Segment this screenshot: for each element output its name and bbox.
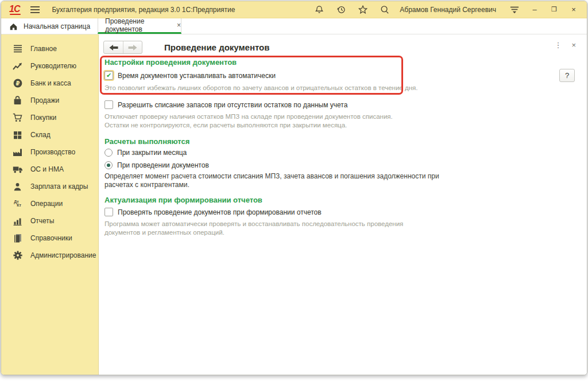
- shopping-cart-icon: [12, 113, 23, 122]
- checkbox-label: Разрешить списание запасов при отсутстви…: [118, 101, 347, 109]
- radio-month-close[interactable]: [105, 149, 113, 157]
- sidebar-item-bank-cash[interactable]: ₽ Банк и касса: [1, 75, 98, 92]
- sidebar-item-label: Банк и касса: [30, 79, 71, 87]
- factory-icon: [12, 148, 23, 157]
- checkbox-verify-posting[interactable]: [105, 208, 113, 216]
- navigation-buttons: [103, 41, 142, 54]
- more-menu-icon[interactable]: ⋮: [554, 41, 562, 49]
- ruble-circle-icon: ₽: [12, 79, 23, 88]
- notifications-icon[interactable]: [312, 3, 326, 16]
- sidebar-item-label: Продажи: [30, 96, 59, 104]
- hamburger-menu-icon[interactable]: [30, 6, 40, 14]
- sidebar-item-label: Зарплата и кадры: [30, 182, 88, 190]
- sidebar-item-salary-hr[interactable]: Зарплата и кадры: [1, 178, 98, 195]
- sidebar-item-label: Справочники: [30, 234, 72, 242]
- sidebar-item-label: Руководителю: [30, 62, 76, 70]
- search-icon[interactable]: [378, 3, 392, 16]
- main-menu-icon: [12, 45, 23, 53]
- tab-active-label: Проведение документов: [105, 17, 172, 33]
- sidebar-item-purchases[interactable]: Покупки: [1, 109, 98, 126]
- checkbox-label: Время документов устанавливать автоматич…: [118, 72, 276, 80]
- checkbox-row-verify-posting[interactable]: Проверять проведение документов при форм…: [105, 208, 587, 216]
- sidebar-item-sales[interactable]: Продажи: [1, 92, 98, 109]
- sidebar-item-label: ОС и НМА: [30, 165, 64, 173]
- sidebar-item-warehouse[interactable]: Склад: [1, 126, 98, 143]
- book-icon: [12, 234, 23, 243]
- section-heading-actualization: Актуализация при формировании отчетов: [105, 196, 587, 204]
- sidebar-item-label: Отчеты: [30, 217, 54, 225]
- sidebar-item-administration[interactable]: Администрирование: [1, 247, 98, 264]
- sidebar-item-label: Производство: [30, 148, 75, 156]
- document-posting-form: Проведение документов ⋮ × ? Настройки пр…: [99, 34, 587, 375]
- tab-bar: Начальная страница Проведение документов…: [1, 18, 587, 34]
- bar-chart-icon: [12, 217, 23, 226]
- application-window: 1С Бухгалтерия предприятия, редакция 3.0…: [1, 1, 587, 375]
- person-icon: [12, 182, 23, 191]
- sidebar-item-label: Операции: [30, 200, 63, 208]
- checkbox-auto-time[interactable]: ✔: [105, 71, 113, 80]
- form-toolbar: Проведение документов: [99, 34, 587, 54]
- section-heading-calculations: Расчеты выполняются: [105, 137, 587, 146]
- radio-on-posting[interactable]: [105, 161, 113, 169]
- tab-close-icon[interactable]: ×: [177, 21, 181, 29]
- gear-icon: [12, 251, 23, 260]
- hint-allow-writeoff: Отключает проверку наличия остатков МПЗ …: [105, 112, 587, 130]
- main-area: Главное Руководителю ₽ Банк и касса Прод…: [1, 34, 587, 375]
- tab-home-page[interactable]: Начальная страница: [1, 18, 98, 34]
- sidebar-item-reports[interactable]: Отчеты: [1, 212, 98, 230]
- titlebar-actions: Абрамов Геннадий Сергеевич – ❒ ×: [304, 3, 580, 16]
- home-icon: [9, 22, 18, 30]
- sidebar-item-label: Склад: [30, 131, 51, 139]
- checkbox-allow-writeoff[interactable]: [105, 100, 113, 109]
- current-user-name[interactable]: Абрамов Геннадий Сергеевич: [400, 6, 496, 14]
- form-header-icons: ⋮ ×: [554, 41, 576, 49]
- sidebar-item-production[interactable]: Производство: [1, 143, 98, 161]
- title-bar: 1С Бухгалтерия предприятия, редакция 3.0…: [1, 1, 587, 18]
- hint-verify-posting: Программа может автоматически проверять …: [105, 220, 587, 237]
- sidebar-item-label: Главное: [30, 45, 57, 53]
- radio-row-month-close[interactable]: При закрытии месяца: [105, 149, 587, 157]
- sidebar-item-label: Покупки: [30, 114, 56, 122]
- minimize-button[interactable]: –: [528, 4, 541, 15]
- sidebar-item-manager[interactable]: Руководителю: [1, 57, 98, 75]
- tab-document-posting[interactable]: Проведение документов ×: [98, 18, 181, 34]
- warehouse-grid-icon: [12, 131, 23, 139]
- truck-icon: [12, 165, 23, 173]
- hint-auto-time: Это позволит избежать лишних оборотов по…: [105, 84, 587, 92]
- favorites-icon[interactable]: [356, 3, 370, 16]
- svg-text:₽: ₽: [16, 80, 20, 87]
- close-form-icon[interactable]: ×: [571, 41, 576, 49]
- tab-home-label: Начальная страница: [24, 22, 90, 30]
- sidebar-item-operations[interactable]: ДтКт Операции: [1, 195, 98, 212]
- checkbox-row-auto-time[interactable]: ✔ Время документов устанавливать автомат…: [105, 71, 587, 80]
- trend-chart-icon: [12, 62, 23, 71]
- radio-label: При закрытии месяца: [117, 149, 187, 157]
- service-menu-icon[interactable]: [508, 3, 521, 16]
- page-title: Проведение документов: [164, 42, 270, 52]
- app-title: Бухгалтерия предприятия, редакция 3.0 1С…: [52, 6, 235, 14]
- close-window-button[interactable]: ×: [567, 4, 580, 15]
- shopping-bag-icon: [12, 96, 23, 105]
- maximize-button[interactable]: ❒: [548, 4, 560, 15]
- debit-credit-icon: ДтКт: [12, 200, 23, 207]
- check-icon: ✔: [106, 72, 111, 79]
- back-button[interactable]: [104, 41, 123, 53]
- section-heading-posting-settings: Настройки проведения документов: [105, 58, 587, 67]
- forward-button[interactable]: [123, 41, 142, 53]
- radio-row-on-posting[interactable]: При проведении документов: [105, 161, 587, 169]
- 1c-logo-icon: 1С: [9, 4, 20, 15]
- checkbox-label: Проверять проведение документов при форм…: [118, 208, 322, 216]
- sidebar-item-main[interactable]: Главное: [1, 40, 98, 57]
- sidebar-item-fixed-assets[interactable]: ОС и НМА: [1, 161, 98, 178]
- history-icon[interactable]: [334, 3, 348, 16]
- sections-panel: Главное Руководителю ₽ Банк и касса Прод…: [1, 34, 99, 375]
- checkbox-row-allow-writeoff[interactable]: Разрешить списание запасов при отсутстви…: [105, 100, 587, 109]
- sidebar-item-label: Администрирование: [30, 251, 96, 259]
- help-button[interactable]: ?: [559, 69, 575, 82]
- calculations-note: Определяет момент расчета стоимости спис…: [105, 172, 587, 189]
- radio-label: При проведении документов: [117, 161, 209, 169]
- sidebar-item-directories[interactable]: Справочники: [1, 230, 98, 247]
